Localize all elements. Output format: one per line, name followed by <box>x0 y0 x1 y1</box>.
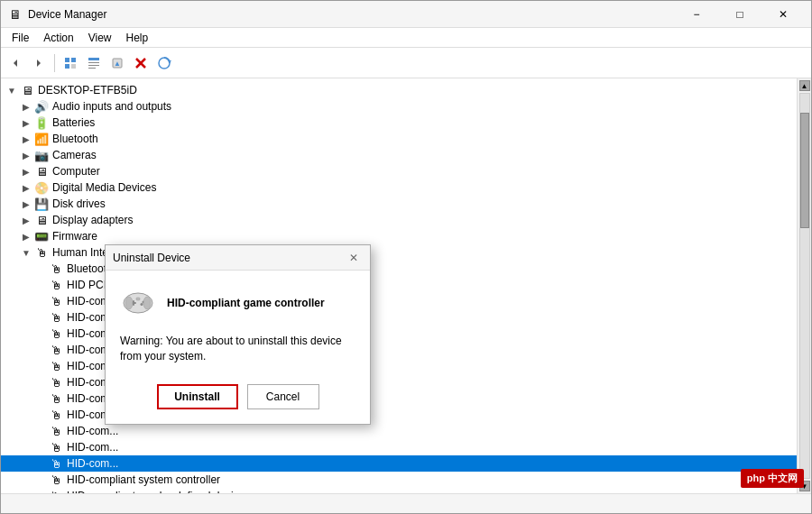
svg-point-20 <box>125 297 133 309</box>
dialog-device-icon <box>120 285 156 321</box>
dialog-body: HID-compliant game controller Warning: Y… <box>106 271 370 424</box>
dialog-warning-text: Warning: You are about to uninstall this… <box>120 334 355 364</box>
svg-point-18 <box>141 303 143 306</box>
device-manager-window: 🖥 Device Manager − □ ✕ File Action View … <box>0 0 812 514</box>
svg-point-21 <box>143 297 151 309</box>
uninstall-confirm-button[interactable]: Uninstall <box>157 384 238 409</box>
dialog-title-bar: Uninstall Device ✕ <box>106 245 370 271</box>
dialog-title: Uninstall Device <box>113 252 345 264</box>
dialog-overlay: Uninstall Device ✕ <box>1 1 811 513</box>
dialog-close-button[interactable]: ✕ <box>345 249 363 267</box>
dialog-header: HID-compliant game controller <box>120 285 355 321</box>
uninstall-dialog: Uninstall Device ✕ <box>105 244 371 425</box>
dialog-device-name: HID-compliant game controller <box>167 297 325 309</box>
svg-rect-19 <box>136 298 140 300</box>
dialog-buttons: Uninstall Cancel <box>120 379 355 413</box>
cancel-button[interactable]: Cancel <box>247 384 319 409</box>
